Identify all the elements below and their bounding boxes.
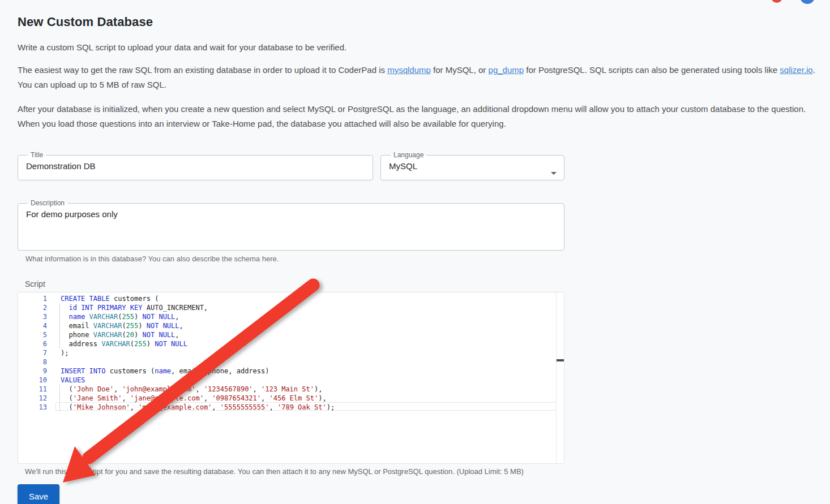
code-token: INSERT INTO	[61, 367, 105, 375]
code-line: address VARCHAR(255) NOT NULL	[61, 339, 564, 348]
code-token: '789 Oak St'	[277, 403, 327, 411]
code-token: ,	[269, 403, 277, 411]
text-segment: for PostgreSQL. SQL scripts can also be …	[524, 65, 780, 75]
code-token: ,	[212, 403, 220, 411]
title-field[interactable]: Title Demonstration DB	[18, 152, 373, 180]
page-title: New Custom Database	[18, 15, 820, 29]
line-number: 3	[18, 312, 47, 321]
code-token: ,	[261, 394, 269, 402]
text-segment: for MySQL, or	[431, 65, 489, 75]
code-token: '5555555555'	[220, 403, 269, 411]
code-token: (	[61, 403, 73, 411]
code-token: customers (	[110, 295, 159, 303]
line-number: 11	[18, 385, 47, 394]
editor-gutter: 12345678910111213	[18, 294, 47, 412]
text-segment: The easiest way to get the raw SQL from …	[18, 65, 387, 75]
code-token: ,	[122, 394, 130, 402]
code-token: '123 Main St'	[261, 385, 314, 393]
description-field[interactable]: Description For demo purposes only	[18, 200, 564, 251]
save-helper-text: We'll run this SQL script for you and sa…	[25, 467, 820, 476]
code-token: customers (	[105, 367, 155, 375]
code-token: ,	[253, 385, 261, 393]
pg-dump-link[interactable]: pg_dump	[489, 65, 524, 75]
code-line: phone VARCHAR(20) NOT NULL,	[61, 330, 564, 339]
title-field-value[interactable]: Demonstration DB	[26, 158, 365, 171]
code-token: '456 Elm St'	[269, 394, 319, 402]
intro-paragraph-2: The easiest way to get the raw SQL from …	[18, 63, 820, 92]
save-button[interactable]: Save	[18, 484, 59, 504]
code-token: )	[147, 340, 155, 348]
line-number: 13	[18, 403, 47, 412]
intro-paragraph-1: Write a custom SQL script to upload your…	[18, 40, 820, 55]
line-number: 8	[18, 357, 47, 367]
code-token: NOT NULL	[147, 322, 179, 330]
code-token: ,	[175, 331, 179, 339]
code-token: id INT PRIMARY KEY	[69, 304, 142, 312]
editor-scrollbar[interactable]	[556, 292, 564, 463]
line-number: 6	[18, 339, 47, 348]
new-custom-database-page: New Custom Database Write a custom SQL s…	[0, 0, 830, 504]
code-token: NOT NULL	[155, 340, 187, 348]
code-token: ,	[130, 403, 138, 411]
code-token: name	[155, 367, 171, 375]
code-token: ,	[179, 322, 183, 330]
code-token: 255	[122, 313, 134, 321]
code-token: VARCHAR	[101, 340, 130, 348]
title-language-row: Title Demonstration DB Language MySQL	[18, 152, 564, 180]
code-token: VARCHAR	[89, 313, 118, 321]
script-editor[interactable]: 12345678910111213 CREATE TABLE customers…	[18, 292, 564, 464]
code-token: ,	[204, 394, 212, 402]
language-select-label: Language	[391, 152, 426, 158]
code-token: 'john@example.com'	[122, 385, 195, 393]
code-token: CREATE TABLE	[61, 295, 110, 303]
sqlizer-link[interactable]: sqlizer.io	[780, 65, 812, 75]
code-token	[85, 313, 89, 321]
code-token: '0987654321'	[212, 394, 261, 402]
code-token: (	[122, 331, 126, 339]
code-token: VALUES	[61, 376, 85, 384]
mysqldump-link[interactable]: mysqldump	[387, 65, 431, 75]
code-token: 'jane@example.com'	[130, 394, 204, 402]
code-token: ,	[175, 313, 179, 321]
description-helper-text: What information is in this database? Yo…	[25, 255, 820, 263]
code-token: )	[138, 322, 146, 330]
code-token: ),	[314, 385, 322, 393]
code-token: (	[122, 322, 126, 330]
code-token: 255	[134, 340, 147, 348]
code-token	[61, 313, 69, 321]
editor-code[interactable]: CREATE TABLE customers ( id INT PRIMARY …	[61, 292, 564, 412]
code-token: 'mike@example.com'	[138, 403, 212, 411]
code-line: ('Jane Smith', 'jane@example.com', '0987…	[61, 394, 564, 403]
code-token: )	[134, 331, 142, 339]
line-number: 1	[18, 294, 47, 303]
code-token: address	[61, 340, 101, 348]
code-token: 20	[126, 331, 134, 339]
code-token: );	[327, 403, 335, 411]
line-number: 4	[18, 321, 47, 330]
code-token: '1234567890'	[204, 385, 253, 393]
code-line: ('Mike Johnson', 'mike@example.com', '55…	[61, 403, 564, 412]
scrollbar-cursor-marker	[557, 359, 564, 361]
line-number: 2	[18, 303, 47, 312]
code-token: )	[134, 313, 142, 321]
description-field-label: Description	[28, 200, 67, 206]
code-token: ,	[195, 385, 203, 393]
description-field-value[interactable]: For demo purposes only	[26, 206, 556, 219]
code-token: name	[69, 313, 85, 321]
code-token: NOT NULL	[143, 331, 176, 339]
line-number: 9	[18, 367, 47, 376]
code-line: );	[61, 348, 564, 357]
code-token	[61, 304, 69, 312]
code-token: email	[61, 322, 93, 330]
code-token: 'Mike Johnson'	[73, 403, 130, 411]
dropdown-arrow-icon[interactable]	[551, 172, 557, 175]
line-number: 12	[18, 394, 47, 403]
code-line: email VARCHAR(255) NOT NULL,	[61, 321, 564, 330]
code-token: 'John Doe'	[73, 385, 114, 393]
code-line: INSERT INTO customers (name, email, phon…	[61, 367, 564, 376]
intro-paragraph-3: After your database is initialized, when…	[18, 102, 820, 131]
code-token: phone	[61, 331, 93, 339]
code-token: 'Jane Smith'	[73, 394, 122, 402]
language-select-value[interactable]: MySQL	[389, 158, 556, 171]
language-select[interactable]: Language MySQL	[380, 152, 564, 180]
